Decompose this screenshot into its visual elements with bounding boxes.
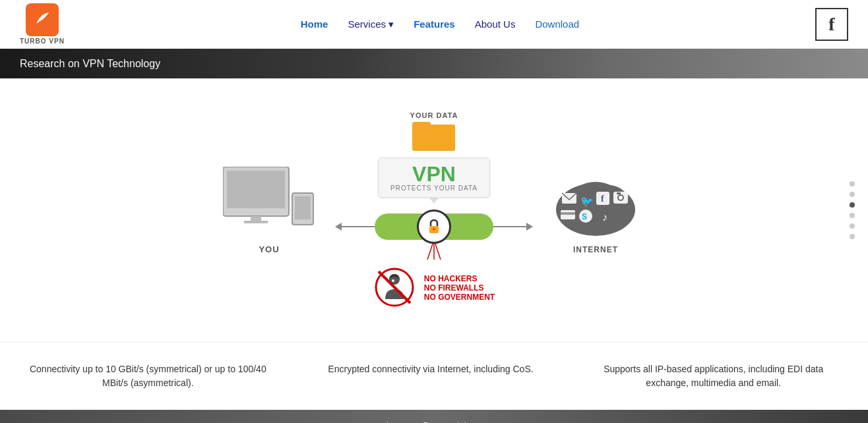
dot-1[interactable] — [850, 181, 855, 186]
svg-rect-3 — [244, 221, 268, 223]
footer: Turbo VPN @ Copyright 2017 — [0, 410, 868, 423]
no-firewalls: NO FIREWALLS — [424, 283, 495, 293]
svg-rect-2 — [251, 216, 261, 221]
dot-6[interactable] — [850, 234, 855, 239]
internet-label: INTERNET — [573, 245, 618, 254]
internet-section: 🐦 f S ♪ INTERNET — [546, 167, 645, 254]
vpn-diagram: YOU YOUR DATA VPN PROTECTS YOUR DATA — [0, 98, 868, 322]
header: TURBO VPN Home Services ▾ Features About… — [0, 0, 868, 49]
logo-icon — [32, 7, 53, 33]
no-section: NO HACKERS NO FIREWALLS NO GOVERNMENT — [373, 266, 495, 309]
your-data-label: YOUR DATA — [410, 111, 458, 119]
no-texts: NO HACKERS NO FIREWALLS NO GOVERNMENT — [424, 274, 495, 302]
lock-circle — [417, 210, 451, 244]
features-row: Connectivity up to 10 GBit/s (symmetrica… — [0, 342, 868, 410]
svg-rect-1 — [227, 171, 285, 208]
svg-text:S: S — [582, 212, 587, 221]
navigation: Home Services ▾ Features About Us Downlo… — [301, 18, 579, 30]
nav-services[interactable]: Services ▾ — [348, 18, 394, 30]
dot-3-active[interactable] — [850, 202, 855, 208]
left-arrow — [335, 223, 375, 231]
svg-text:f: f — [601, 194, 604, 204]
svg-point-27 — [619, 196, 623, 200]
dot-4[interactable] — [850, 213, 855, 218]
svg-point-20 — [573, 182, 619, 211]
you-section: YOU — [223, 167, 315, 254]
svg-text:🐦: 🐦 — [580, 195, 594, 208]
tunnel-body — [375, 213, 493, 240]
lock-icon — [425, 217, 443, 236]
nav-about[interactable]: About Us — [475, 18, 516, 30]
internet-cloud-icon: 🐦 f S ♪ — [546, 167, 645, 242]
you-label: YOU — [259, 244, 279, 254]
no-hackers: NO HACKERS — [424, 274, 495, 283]
svg-point-15 — [392, 279, 394, 282]
svg-text:♪: ♪ — [602, 212, 607, 223]
facebook-button[interactable]: f — [815, 8, 848, 41]
folder-icon — [412, 119, 455, 152]
dot-2[interactable] — [850, 192, 855, 197]
feature-item-1: Connectivity up to 10 GBit/s (symmetrica… — [7, 362, 290, 390]
banner: Research on VPN Technology — [0, 49, 868, 78]
page-dots — [850, 181, 855, 239]
nav-features[interactable]: Features — [414, 18, 455, 30]
no-government: NO GOVERNMENT — [424, 293, 495, 302]
vpn-subtitle: PROTECTS YOUR DATA — [390, 184, 478, 192]
logo-box — [26, 3, 59, 36]
main-content: YOU YOUR DATA VPN PROTECTS YOUR DATA — [0, 78, 868, 342]
dot-5[interactable] — [850, 223, 855, 229]
logo-area: TURBO VPN — [20, 3, 65, 45]
right-arrow — [493, 223, 533, 231]
vpn-title: VPN — [390, 163, 478, 184]
no-hacker-icon — [373, 266, 416, 309]
nav-download[interactable]: Download — [535, 18, 579, 30]
feature-item-2: Encrypted connectivity via Internet, inc… — [290, 362, 573, 390]
banner-text: Research on VPN Technology — [20, 58, 160, 70]
logo-text: TURBO VPN — [20, 38, 65, 45]
svg-rect-5 — [295, 196, 311, 219]
feature-item-3: Supports all IP-based applications, incl… — [572, 362, 855, 390]
devices-icon — [223, 167, 315, 239]
svg-point-9 — [433, 228, 435, 231]
svg-rect-28 — [617, 192, 621, 194]
nav-home[interactable]: Home — [301, 18, 328, 30]
svg-rect-7 — [412, 122, 431, 130]
svg-rect-30 — [561, 212, 575, 215]
vpn-callout: VPN PROTECTS YOUR DATA — [378, 157, 490, 198]
